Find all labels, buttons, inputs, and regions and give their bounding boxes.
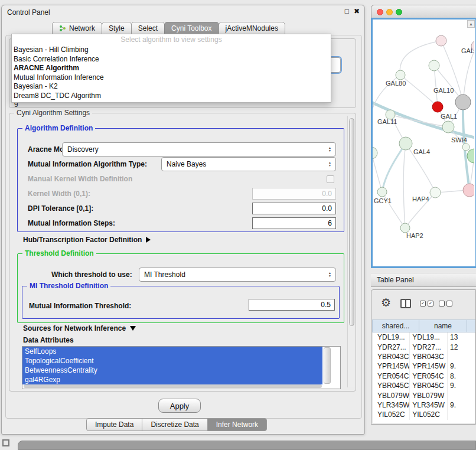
- table-row[interactable]: YIL052CYIL052C: [373, 410, 475, 419]
- scrollbar-thumb[interactable]: [349, 118, 354, 326]
- manual-kernel-label: Manual Kernel Width Definition: [28, 175, 132, 183]
- tab-select[interactable]: Select: [131, 22, 165, 35]
- network-node[interactable]: [455, 94, 471, 110]
- list-horizontal-scrollbar[interactable]: [24, 384, 322, 388]
- table-row[interactable]: YER054CYER054C8.: [373, 371, 475, 381]
- table-row[interactable]: YDR27...YDR27...12: [373, 342, 475, 351]
- network-node[interactable]: [396, 70, 405, 80]
- table-row[interactable]: YBR043CYBR043C: [373, 352, 475, 361]
- algorithm-option-bayesian-hill-climbing[interactable]: Bayesian - Hill Climbing: [12, 45, 331, 55]
- mi-threshold-field[interactable]: 0.5: [249, 299, 335, 311]
- table-cell: YBR045C: [410, 381, 448, 390]
- apply-button[interactable]: Apply: [158, 399, 201, 413]
- node-label-hap2: HAP2: [406, 232, 423, 239]
- table-row[interactable]: YBR045CYBR045C9.: [373, 381, 475, 390]
- kernel-width-field[interactable]: 0.0: [252, 188, 336, 200]
- tab-cyni-toolbox[interactable]: Cyni Toolbox: [164, 22, 219, 35]
- network-node[interactable]: [377, 187, 387, 197]
- panel-float-icon[interactable]: [2, 439, 9, 446]
- table-cell: YDL19...: [410, 332, 448, 342]
- attribute-item-betweennesscentrality[interactable]: BetweennessCentrality: [22, 366, 322, 375]
- algorithm-option-bayesian-k2[interactable]: Bayesian - K2: [12, 82, 331, 92]
- table-cell: YDL19...: [373, 332, 410, 342]
- mi-steps-field[interactable]: 6: [252, 217, 336, 229]
- tab-jactivemnodules[interactable]: jActiveMNodules: [219, 22, 285, 35]
- control-panel-title: Control Panel: [7, 8, 50, 17]
- network-node[interactable]: [467, 149, 474, 163]
- dpi-tolerance-field[interactable]: 0.0: [252, 203, 336, 214]
- table-cell: YPR145W: [410, 361, 448, 371]
- threshold-definition-title: Threshold Definition: [22, 249, 96, 257]
- table-cell: YER054C: [373, 371, 410, 381]
- network-node[interactable]: [442, 121, 454, 133]
- sources-section-toggle[interactable]: Sources for Network Inference: [23, 324, 136, 332]
- attribute-item-gal4rgexp[interactable]: gal4RGexp: [22, 375, 322, 384]
- network-node[interactable]: [462, 144, 470, 151]
- network-node[interactable]: [373, 147, 377, 159]
- network-node[interactable]: [400, 223, 410, 233]
- algorithm-option-dream8-dc-tdc-algorithm[interactable]: Dream8 DC_TDC Algorithm: [12, 92, 331, 101]
- which-threshold-select[interactable]: MI Threshold ▲▼: [139, 268, 336, 282]
- column-header-shared[interactable]: shared...: [372, 319, 419, 332]
- gear-icon[interactable]: ⚙: [381, 296, 391, 310]
- network-node[interactable]: [429, 60, 439, 71]
- float-window-icon[interactable]: □: [345, 7, 349, 15]
- table-cell: [448, 390, 475, 400]
- aracne-mode-select[interactable]: Discovery ▲▼: [62, 142, 336, 156]
- tab-label: Select: [138, 24, 158, 32]
- tab-label: Style: [109, 24, 125, 32]
- node-label-gal1: GAL1: [441, 113, 457, 120]
- minimize-traffic-light[interactable]: [386, 9, 393, 15]
- sources-section-label: Sources for Network Inference: [23, 324, 126, 332]
- column-header-2[interactable]: [467, 319, 476, 332]
- triangle-right-icon: [146, 237, 151, 243]
- network-view-window: GALGAL80GAL10GAL11GAL1SWI4GAL4GCY1HAP4HA…: [371, 5, 476, 268]
- cyni-algorithm-settings-group: Cyni Algorithm Settings Algorithm Defini…: [9, 113, 356, 392]
- settings-scrollbar[interactable]: [347, 116, 355, 387]
- list-vertical-scrollbar[interactable]: [324, 347, 331, 384]
- hub-section-toggle[interactable]: Hub/Transcription Factor Definition: [23, 236, 151, 244]
- tab-style[interactable]: Style: [102, 22, 132, 35]
- mi-type-select[interactable]: Naive Bayes ▲▼: [161, 157, 336, 171]
- node-label-swi4: SWI4: [451, 136, 467, 144]
- network-node[interactable]: [399, 137, 412, 150]
- table-row[interactable]: YLR345WYLR345W9.: [373, 400, 475, 410]
- table-cell: YLR345W: [373, 400, 410, 410]
- table-panel-header[interactable]: Table Panel: [371, 273, 476, 287]
- bottom-tab-discretize-data[interactable]: Discretize Data: [142, 418, 207, 431]
- attribute-item-topologicalcoefficient[interactable]: TopologicalCoefficient: [22, 356, 322, 366]
- table-cell: YBR045C: [373, 381, 410, 390]
- select-all-icon[interactable]: ✓✓: [420, 301, 433, 306]
- table-cell: YDR27...: [410, 342, 448, 351]
- table-cell: YIL052C: [410, 410, 448, 419]
- control-panel-titlebar[interactable]: Control Panel: [2, 5, 364, 19]
- table-row[interactable]: YBL079WYBL079W: [373, 390, 475, 400]
- attribute-item-selfloops[interactable]: SelfLoops: [22, 347, 322, 356]
- column-header-name[interactable]: name: [419, 319, 467, 332]
- algorithm-option-mutual-information-inference[interactable]: Mutual Information Inference: [12, 73, 331, 83]
- bottom-tab-impute-data[interactable]: Impute Data: [86, 418, 142, 431]
- network-canvas[interactable]: GALGAL80GAL10GAL11GAL1SWI4GAL4GCY1HAP4HA…: [371, 18, 476, 268]
- algorithm-option-aracne-algorithm[interactable]: ARACNE Algorithm: [12, 64, 331, 73]
- network-node[interactable]: [432, 102, 443, 112]
- mi-steps-label: Mutual Information Steps:: [28, 219, 115, 227]
- table-row[interactable]: YDL19...YDL19...13: [373, 332, 475, 342]
- close-traffic-light[interactable]: [377, 9, 383, 15]
- network-window-titlebar[interactable]: [371, 5, 476, 18]
- close-window-icon[interactable]: ✖: [354, 7, 360, 15]
- zoom-traffic-light[interactable]: [396, 9, 402, 15]
- tab-network[interactable]: Network: [52, 22, 102, 35]
- manual-kernel-checkbox[interactable]: [327, 175, 334, 183]
- deselect-all-icon[interactable]: [439, 301, 452, 306]
- network-node[interactable]: [430, 187, 441, 198]
- network-node[interactable]: [463, 184, 474, 197]
- network-node[interactable]: [436, 35, 446, 46]
- algorithm-option-basic-correlation-inference[interactable]: Basic Correlation Inference: [12, 55, 331, 64]
- bottom-tab-infer-network[interactable]: Infer Network: [207, 418, 267, 431]
- mi-type-value: Naive Bayes: [167, 160, 206, 168]
- scroll-up-icon[interactable]: ▲: [467, 20, 475, 28]
- panel-tabs: NetworkStyleSelectCyni ToolboxjActiveMNo…: [53, 22, 285, 35]
- columns-icon[interactable]: [400, 299, 411, 308]
- tab-label: Network: [69, 24, 95, 32]
- table-row[interactable]: YPR145WYPR145W9.: [373, 361, 475, 371]
